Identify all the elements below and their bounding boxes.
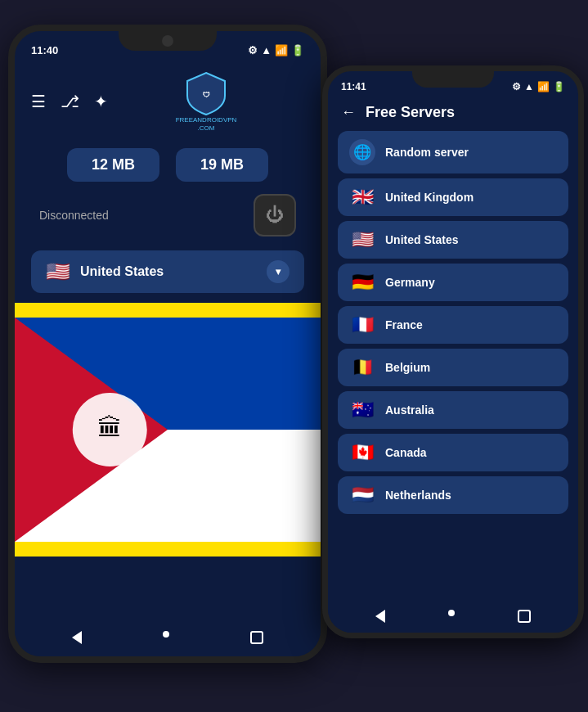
share-icon[interactable]: ⎇ — [61, 92, 79, 111]
server-name-fr: France — [385, 318, 423, 331]
battery-icon: 🔋 — [291, 44, 304, 56]
server-list: 🌐 Random server 🇬🇧 United Kingdom 🇺🇸 Uni… — [328, 131, 578, 514]
flag-de: 🇩🇪 — [349, 272, 375, 293]
flag-ca: 🇨🇦 — [349, 442, 375, 463]
country-flag-left: 🇺🇸 — [46, 260, 70, 283]
menu-icon[interactable]: ☰ — [31, 92, 46, 111]
download-stat: 12 MB — [67, 148, 159, 182]
server-item-fr[interactable]: 🇫🇷 France — [338, 306, 568, 344]
logo-area: 🛡 FREEANDROIDVPN .COM — [108, 71, 304, 132]
camera-left — [162, 35, 173, 47]
server-name-au: Australia — [385, 403, 434, 417]
upload-stat: 19 MB — [176, 148, 268, 182]
time-right: 11:41 — [341, 81, 366, 92]
stats-row: 12 MB 19 MB — [15, 140, 321, 190]
battery-icon-right: 🔋 — [553, 81, 565, 92]
phone-right: 11:41 ⚙ ▲ 📶 🔋 ← Free Servers 🌐 Random se… — [322, 65, 584, 638]
flag-nl: 🇳🇱 — [349, 484, 375, 506]
recents-nav-right[interactable] — [518, 610, 531, 623]
server-name-nl: Netherlands — [385, 489, 451, 502]
server-name-random: Random server — [385, 146, 469, 159]
server-item-au[interactable]: 🇦🇺 Australia — [338, 391, 568, 429]
server-name-uk: United Kingdom — [385, 191, 474, 204]
phone-left: 11:40 ⚙ ▲ 📶 🔋 ☰ ⎇ ✦ 🛡 FREEANDROIDVPN .CO… — [8, 25, 327, 663]
server-name-be: Belgium — [385, 361, 430, 374]
back-nav-left[interactable] — [72, 631, 82, 644]
server-name-de: Germany — [385, 276, 435, 289]
server-header: ← Free Servers — [328, 97, 578, 131]
flag-be: 🇧🇪 — [349, 357, 375, 378]
status-icons-right: ⚙ ▲ 📶 🔋 — [512, 81, 565, 92]
flag-us: 🇺🇸 — [349, 229, 375, 250]
wifi-icon: ▲ — [261, 44, 272, 56]
home-nav-right[interactable] — [448, 610, 455, 616]
back-nav-right[interactable] — [375, 610, 385, 623]
header-icons-left: ☰ ⎇ ✦ — [31, 92, 108, 111]
country-name-left: United States — [80, 264, 257, 279]
status-icons-left: ⚙ ▲ 📶 🔋 — [248, 44, 304, 56]
gear-icon-right: ⚙ — [512, 81, 521, 92]
server-name-us: United States — [385, 233, 458, 246]
server-item-random[interactable]: 🌐 Random server — [338, 131, 568, 173]
logo-shield: 🛡 — [186, 71, 227, 116]
signal-icon-right: 📶 — [537, 81, 550, 92]
server-item-be[interactable]: 🇧🇪 Belgium — [338, 349, 568, 386]
time-left: 11:40 — [31, 44, 58, 56]
flag-uk: 🇬🇧 — [349, 187, 375, 208]
sint-maarten-flag: 🏛 — [15, 303, 321, 557]
nav-bar-right — [328, 600, 578, 633]
globe-icon: 🌐 — [349, 139, 375, 165]
header-left: ☰ ⎇ ✦ 🛡 FREEANDROIDVPN .COM — [15, 63, 321, 140]
star-icon[interactable]: ✦ — [94, 92, 108, 111]
server-item-nl[interactable]: 🇳🇱 Netherlands — [338, 476, 568, 514]
recents-nav-left[interactable] — [250, 631, 263, 644]
server-item-uk[interactable]: 🇬🇧 United Kingdom — [338, 178, 568, 216]
svg-text:🏛: 🏛 — [97, 414, 122, 441]
flag-au: 🇦🇺 — [349, 399, 375, 421]
server-name-ca: Canada — [385, 446, 427, 459]
svg-text:🛡: 🛡 — [203, 91, 210, 99]
logo-text: FREEANDROIDVPN .COM — [176, 116, 237, 132]
connection-row: Disconnected ⏻ — [15, 190, 321, 241]
chevron-down-icon[interactable]: ▾ — [267, 260, 290, 283]
server-item-de[interactable]: 🇩🇪 Germany — [338, 264, 568, 301]
flag-fr: 🇫🇷 — [349, 314, 375, 336]
home-nav-left[interactable] — [163, 631, 169, 638]
power-button[interactable]: ⏻ — [254, 194, 296, 237]
signal-icon: 📶 — [275, 44, 288, 56]
country-selector[interactable]: 🇺🇸 United States ▾ — [31, 250, 304, 293]
nav-bar-left — [15, 619, 321, 656]
connection-status: Disconnected — [39, 209, 109, 222]
back-button[interactable]: ← — [341, 104, 356, 121]
wifi-icon-right: ▲ — [524, 81, 534, 92]
server-item-us[interactable]: 🇺🇸 United States — [338, 221, 568, 259]
server-item-ca[interactable]: 🇨🇦 Canada — [338, 434, 568, 471]
flag-image-area: 🏛 — [15, 303, 321, 557]
gear-icon: ⚙ — [248, 44, 258, 56]
notch-right — [412, 71, 494, 88]
server-list-title: Free Servers — [366, 104, 455, 121]
